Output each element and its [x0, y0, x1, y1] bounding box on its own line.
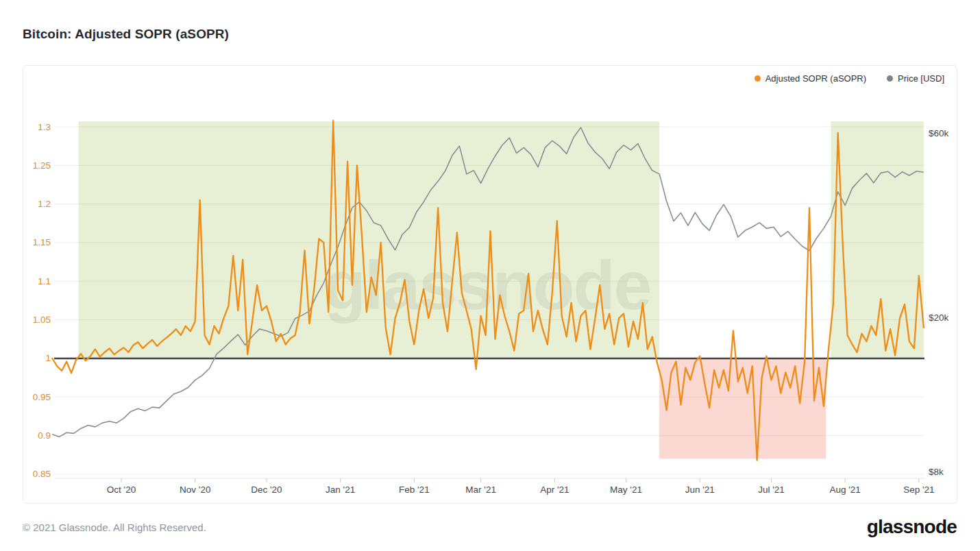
glassnode-logo: glassnode [867, 516, 957, 538]
x-tick-label: Jul '21 [758, 485, 785, 495]
x-tick-label: Feb '21 [399, 485, 430, 495]
x-tick-label: Aug '21 [829, 485, 860, 495]
chart-card: Adjusted SOPR (aSOPR) Price [USD] glassn… [23, 65, 957, 504]
legend-label-price: Price [USD] [898, 73, 944, 84]
y-right-tick-label: $8k [929, 467, 944, 477]
asopr-legend-dot-icon [755, 75, 761, 82]
x-tick-label: Jun '21 [685, 485, 715, 495]
x-tick-label: Sep '21 [903, 485, 934, 495]
x-tick-label: Apr '21 [540, 485, 569, 495]
y-left-tick-label: 1.3 [38, 122, 51, 132]
footer-copyright: © 2021 Glassnode. All Rights Reserved. [23, 522, 206, 533]
y-left-tick-label: 0.9 [38, 430, 51, 441]
y-left-tick-label: 1.15 [33, 237, 51, 247]
y-left-tick-label: 1.05 [33, 315, 51, 325]
y-left-tick-label: 1 [45, 353, 51, 363]
x-tick-label: Jan '21 [326, 485, 355, 495]
y-left-tick-label: 1.25 [33, 160, 51, 171]
chart-legend: Adjusted SOPR (aSOPR) Price [USD] [755, 73, 944, 84]
x-tick-label: Mar '21 [465, 485, 496, 495]
x-tick-label: Dec '20 [251, 485, 282, 495]
chart-plot-area[interactable]: glassnodeOct '20Nov '20Dec '20Jan '21Feb… [23, 66, 957, 503]
x-tick-label: Nov '20 [180, 485, 210, 495]
page-title: Bitcoin: Adjusted SOPR (aSOPR) [23, 27, 229, 42]
y-left-tick-label: 0.85 [33, 469, 51, 479]
page: Bitcoin: Adjusted SOPR (aSOPR) Adjusted … [0, 0, 980, 551]
y-right-tick-label: $20k [929, 313, 949, 323]
y-left-tick-label: 1.2 [38, 199, 51, 209]
y-left-tick-label: 1.1 [38, 276, 51, 286]
legend-item-price[interactable]: Price [USD] [887, 73, 944, 84]
legend-label-asopr: Adjusted SOPR (aSOPR) [765, 73, 866, 84]
y-right-tick-label: $60k [929, 128, 949, 138]
legend-item-asopr[interactable]: Adjusted SOPR (aSOPR) [755, 73, 866, 84]
x-tick-label: Oct '20 [107, 485, 136, 495]
price-legend-dot-icon [887, 75, 893, 82]
x-tick-label: May '21 [610, 485, 642, 495]
y-left-tick-label: 0.95 [33, 392, 51, 402]
